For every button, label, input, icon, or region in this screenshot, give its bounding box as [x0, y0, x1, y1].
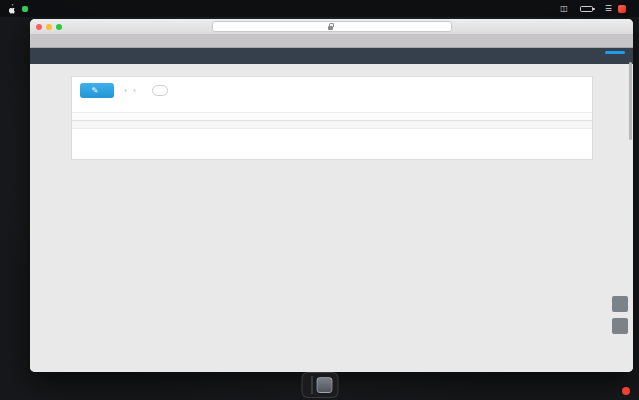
filter-row	[72, 102, 592, 112]
site-nav	[30, 48, 633, 64]
wukong-logo-icon	[622, 387, 630, 395]
login-button[interactable]	[605, 51, 625, 54]
chevron-right-icon: ›	[133, 86, 136, 95]
panel-button[interactable]	[612, 296, 628, 312]
window-titlebar[interactable]	[30, 19, 633, 35]
minimize-button[interactable]	[46, 24, 52, 30]
apple-menu-icon[interactable]	[7, 4, 16, 14]
scrollbar[interactable]	[629, 62, 632, 140]
forum-toolbar: ✎ ‹ ›	[72, 77, 592, 102]
watermark	[622, 387, 634, 395]
section-header	[72, 121, 592, 129]
desktop: ◫ ☰	[0, 0, 639, 400]
webpage: ✎ ‹ ›	[30, 48, 633, 372]
address-bar[interactable]	[212, 21, 452, 32]
new-post-button[interactable]: ✎	[80, 83, 115, 98]
zoom-button[interactable]	[56, 24, 62, 30]
dock-divider	[311, 376, 312, 394]
display-icon[interactable]: ◫	[560, 4, 568, 13]
forum-panel: ✎ ‹ ›	[71, 76, 593, 160]
menubar-status: ◫ ☰	[560, 4, 632, 13]
trash-icon[interactable]	[316, 377, 332, 393]
subfilter-row	[72, 112, 592, 121]
safari-window: ✎ ‹ ›	[30, 19, 633, 372]
pencil-icon: ✎	[92, 86, 99, 95]
floating-buttons	[612, 296, 628, 334]
status-app-icon[interactable]	[22, 6, 28, 12]
back-to-forum-link[interactable]: ‹ ›	[124, 86, 135, 95]
chevron-left-icon: ‹	[124, 86, 127, 95]
close-button[interactable]	[36, 24, 42, 30]
dock	[301, 372, 338, 398]
battery-icon	[580, 6, 593, 12]
lock-icon	[328, 26, 333, 30]
user-badge-icon	[618, 5, 626, 13]
menubar: ◫ ☰	[0, 0, 639, 17]
pagination	[146, 85, 171, 96]
tab-bar	[30, 35, 633, 48]
back-to-top-button[interactable]	[612, 318, 628, 334]
notification-center-icon[interactable]: ☰	[605, 4, 612, 13]
last-page-number[interactable]	[152, 85, 168, 96]
